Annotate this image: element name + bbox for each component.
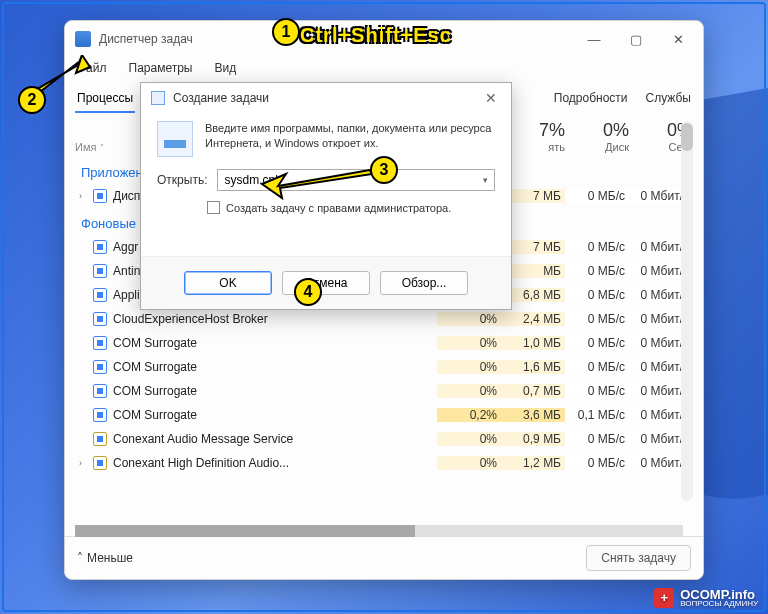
menu-options[interactable]: Параметры (125, 59, 197, 77)
process-disk: 0 МБ/с (565, 336, 629, 350)
process-disk: 0 МБ/с (565, 240, 629, 254)
process-cpu: 0% (437, 384, 501, 398)
annotation-step-4: 4 (294, 278, 322, 306)
process-cpu: 0% (437, 432, 501, 446)
process-memory: 1,0 МБ (501, 336, 565, 350)
annotation-step-2: 2 (18, 86, 46, 114)
process-name: COM Surrogate (113, 336, 437, 350)
process-icon (93, 240, 107, 254)
dialog-titlebar: Создание задачи ✕ (141, 83, 511, 113)
process-row[interactable]: COM Surrogate0%1,0 МБ0 МБ/с0 Мбит/с (75, 331, 693, 355)
process-row[interactable]: ›Conexant High Definition Audio...0%1,2 … (75, 451, 693, 475)
process-disk: 0,1 МБ/с (565, 408, 629, 422)
process-icon (93, 456, 107, 470)
process-disk: 0 МБ/с (565, 189, 629, 203)
process-icon (93, 408, 107, 422)
process-name: CloudExperienceHost Broker (113, 312, 437, 326)
minimize-button[interactable]: — (573, 24, 615, 54)
annotation-hotkey: Ctrl+Shift+Esc (300, 24, 452, 47)
process-disk: 0 МБ/с (565, 312, 629, 326)
process-name: COM Surrogate (113, 384, 437, 398)
process-memory: 3,6 МБ (501, 408, 565, 422)
process-cpu: 0,2% (437, 408, 501, 422)
horizontal-scrollbar[interactable] (75, 525, 683, 537)
watermark: + OCOMP.info ВОПРОСЫ АДМИНУ (654, 587, 758, 608)
fewer-details-button[interactable]: ˄ Меньше (77, 551, 133, 565)
dialog-title: Создание задачи (173, 91, 269, 105)
process-name: Conexant High Definition Audio... (113, 456, 437, 470)
process-cpu: 0% (437, 336, 501, 350)
process-icon (93, 432, 107, 446)
process-icon (93, 189, 107, 203)
process-disk: 0 МБ/с (565, 456, 629, 470)
menu-view[interactable]: Вид (210, 59, 240, 77)
chevron-up-icon: ˄ (77, 551, 83, 565)
process-row[interactable]: Conexant Audio Message Service0%0,9 МБ0 … (75, 427, 693, 451)
process-icon (93, 384, 107, 398)
process-cpu: 0% (437, 456, 501, 470)
process-icon (93, 264, 107, 278)
process-memory: 1,6 МБ (501, 360, 565, 374)
plus-icon: + (654, 588, 674, 608)
process-disk: 0 МБ/с (565, 384, 629, 398)
admin-checkbox[interactable] (207, 201, 220, 214)
maximize-button[interactable]: ▢ (615, 24, 657, 54)
process-icon (93, 288, 107, 302)
footer: ˄ Меньше Снять задачу (65, 536, 703, 579)
vertical-scrollbar[interactable] (681, 121, 693, 501)
end-task-button[interactable]: Снять задачу (586, 545, 691, 571)
expand-icon[interactable]: › (79, 458, 89, 468)
dropdown-icon[interactable]: ▾ (483, 175, 488, 185)
process-memory: 0,7 МБ (501, 384, 565, 398)
process-memory: 2,4 МБ (501, 312, 565, 326)
process-memory: 0,9 МБ (501, 432, 565, 446)
process-row[interactable]: CloudExperienceHost Broker0%2,4 МБ0 МБ/с… (75, 307, 693, 331)
process-row[interactable]: COM Surrogate0,2%3,6 МБ0,1 МБ/с0 Мбит/с (75, 403, 693, 427)
close-button[interactable]: ✕ (657, 24, 699, 54)
process-row[interactable]: COM Surrogate0%0,7 МБ0 МБ/с0 Мбит/с (75, 379, 693, 403)
browse-button[interactable]: Обзор... (380, 271, 468, 295)
process-memory: 1,2 МБ (501, 456, 565, 470)
process-cpu: 0% (437, 360, 501, 374)
process-disk: 0 МБ/с (565, 288, 629, 302)
expand-icon[interactable]: › (79, 191, 89, 201)
col-disk[interactable]: 0% Диск (565, 120, 629, 153)
run-big-icon (157, 121, 193, 157)
process-name: Conexant Audio Message Service (113, 432, 437, 446)
tab-services[interactable]: Службы (644, 87, 693, 113)
process-name: COM Surrogate (113, 360, 437, 374)
dialog-description: Введите имя программы, папки, документа … (205, 121, 495, 157)
annotation-step-1: 1 (272, 18, 300, 46)
ok-button[interactable]: OK (184, 271, 272, 295)
process-cpu: 0% (437, 312, 501, 326)
process-icon (93, 360, 107, 374)
process-disk: 0 МБ/с (565, 360, 629, 374)
run-icon (151, 91, 165, 105)
annotation-step-3: 3 (370, 156, 398, 184)
process-icon (93, 336, 107, 350)
process-name: COM Surrogate (113, 408, 437, 422)
window-title: Диспетчер задач (99, 32, 193, 46)
menubar: Файл Параметры Вид (65, 57, 703, 79)
process-disk: 0 МБ/с (565, 432, 629, 446)
tab-details[interactable]: Подробности (552, 87, 630, 113)
app-icon (75, 31, 91, 47)
dialog-close-button[interactable]: ✕ (477, 90, 505, 106)
process-row[interactable]: COM Surrogate0%1,6 МБ0 МБ/с0 Мбит/с (75, 355, 693, 379)
open-label: Открыть: (157, 173, 207, 187)
process-disk: 0 МБ/с (565, 264, 629, 278)
process-icon (93, 312, 107, 326)
